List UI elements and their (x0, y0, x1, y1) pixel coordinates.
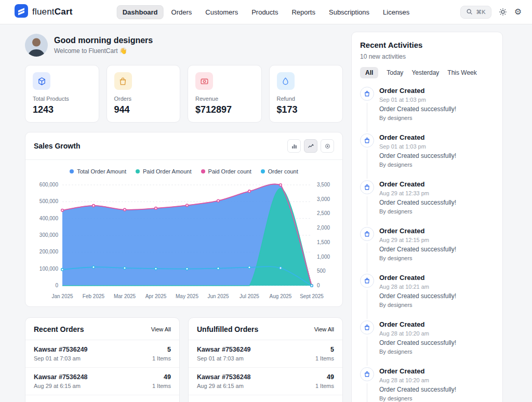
nav-item-orders[interactable]: Orders (166, 5, 198, 19)
activity-author: By designers (379, 302, 456, 308)
order-name: Kawsar #7536249 (34, 346, 88, 353)
right-column: Recent Activities 10 new activities All … (351, 32, 503, 402)
nav-item-licenses[interactable]: Licenses (377, 5, 415, 19)
legend-item[interactable]: Paid Order count (201, 168, 251, 175)
svg-text:3,500: 3,500 (317, 182, 330, 187)
search-shortcut-label: ⌘K (476, 9, 485, 16)
svg-text:May 2025: May 2025 (176, 293, 198, 299)
svg-text:600,000: 600,000 (39, 182, 59, 187)
activity-description: Order Created successfully! (379, 105, 456, 113)
activity-author: By designers (379, 115, 456, 121)
order-bag-icon (360, 274, 374, 288)
nav-item-subscriptions[interactable]: Subscriptions (323, 5, 375, 19)
fluentcart-logo-icon (15, 4, 28, 20)
stat-card-revenue: Revenue $712897 (188, 65, 262, 123)
order-row[interactable]: Kawsar #7536249 Sep 01 at 7:03 am 5 1 It… (189, 340, 342, 368)
svg-text:Feb 2025: Feb 2025 (83, 293, 105, 299)
tab-today[interactable]: Today (387, 69, 403, 76)
activity-title: Order Created (379, 227, 456, 235)
stat-label: Total Products (33, 96, 91, 102)
order-bag-icon (360, 180, 374, 194)
svg-text:Mar 2025: Mar 2025 (114, 293, 136, 299)
main-nav: Dashboard Orders Customers Products Repo… (117, 5, 416, 19)
chart-options-target-icon[interactable] (321, 139, 334, 153)
order-qty: 5 (152, 346, 171, 353)
activity-description: Order Created successfully! (379, 199, 456, 206)
settings-gear-icon[interactable]: ⚙ (514, 8, 522, 16)
order-row[interactable]: Kawsar #7536248 Aug 29 at 6:15 am 49 1 I… (25, 368, 179, 395)
unfulfilled-orders-card: Unfulfilled Orders View All Kawsar #7536… (188, 317, 343, 402)
order-bag-icon (360, 367, 374, 381)
order-items: 1 Items (152, 383, 171, 389)
svg-text:Jan 2025: Jan 2025 (51, 293, 73, 299)
activity-description: Order Created successfully! (379, 246, 456, 253)
legend-item[interactable]: Paid Order Amount (136, 168, 192, 175)
line-chart-toggle-icon[interactable] (304, 139, 317, 153)
unfulfilled-orders-view-all-link[interactable]: View All (314, 326, 334, 332)
stat-value: $712897 (195, 104, 254, 115)
legend-dot (261, 169, 265, 173)
stat-label: Revenue (195, 96, 254, 102)
svg-text:500,000: 500,000 (39, 198, 59, 204)
order-name: Kawsar #7536248 (34, 373, 88, 381)
order-row[interactable]: Kawsar #7536248 Aug 29 at 6:15 am 49 1 I… (189, 368, 342, 395)
tab-all[interactable]: All (360, 67, 378, 78)
brand-name: fluentCart (32, 7, 73, 17)
order-items: 1 Items (152, 355, 171, 361)
activity-author: By designers (379, 208, 456, 215)
order-row[interactable]: Kawsar #7536249 Sep 01 at 7:03 am 5 1 It… (25, 340, 179, 368)
activity-item: Order CreatedAug 28 at 10:20 amOrder Cre… (360, 320, 494, 367)
activity-date: Aug 28 at 10:21 am (379, 284, 456, 290)
activity-item: Order CreatedSep 01 at 1:03 pmOrder Crea… (360, 133, 494, 180)
activity-item: Order CreatedAug 29 at 12:15 pmOrder Cre… (360, 227, 494, 274)
activity-title: Order Created (379, 133, 456, 141)
tab-yesterday[interactable]: Yesterday (411, 69, 439, 76)
stat-label: Refund (277, 96, 336, 102)
activity-title: Order Created (379, 180, 456, 188)
svg-text:100,000: 100,000 (39, 266, 59, 272)
sales-growth-card: Sales Growth Total Order AmountPaid Orde… (25, 132, 343, 307)
stat-value: $173 (277, 104, 336, 115)
stat-card-total-products: Total Products 1243 (25, 65, 99, 123)
svg-text:2,000: 2,000 (317, 225, 330, 231)
theme-toggle-sun-icon[interactable] (499, 8, 507, 16)
nav-item-products[interactable]: Products (246, 5, 284, 19)
search-button[interactable]: ⌘K (460, 6, 491, 19)
svg-text:1,000: 1,000 (317, 254, 330, 260)
greeting-title: Good morning designers (54, 36, 153, 45)
svg-text:400,000: 400,000 (39, 216, 59, 221)
order-bag-icon (360, 320, 374, 334)
nav-item-dashboard[interactable]: Dashboard (117, 5, 164, 19)
svg-text:500: 500 (317, 268, 326, 274)
activity-date: Aug 28 at 10:20 am (379, 377, 456, 383)
legend-item[interactable]: Total Order Amount (70, 168, 126, 175)
recent-orders-view-all-link[interactable]: View All (151, 326, 171, 332)
activity-date: Aug 28 at 10:20 am (379, 330, 456, 337)
order-row[interactable]: Kawsar #7536247 Aug 28 at 4:21 am 49 1 I… (189, 395, 342, 402)
svg-text:2,500: 2,500 (317, 210, 330, 216)
order-bag-icon (360, 133, 374, 148)
stat-card-orders: Orders 944 (107, 65, 181, 123)
brand-logo[interactable]: fluentCart (15, 4, 73, 20)
recent-activities-title: Recent Activities (360, 41, 494, 49)
activity-description: Order Created successfully! (379, 339, 456, 346)
recent-orders-card: Recent Orders View All Kawsar #7536249 S… (25, 317, 180, 402)
activity-author: By designers (379, 162, 456, 168)
tab-this-week[interactable]: This Week (447, 69, 476, 76)
bar-chart-toggle-icon[interactable] (287, 139, 301, 153)
stat-card-refund: Refund $173 (269, 65, 343, 123)
order-bag-icon (360, 227, 374, 241)
topbar-actions: ⌘K ⚙ (460, 6, 522, 19)
nav-item-reports[interactable]: Reports (286, 5, 321, 19)
chart-legend: Total Order AmountPaid Order AmountPaid … (25, 160, 342, 175)
order-date: Sep 01 at 7:03 am (197, 355, 251, 361)
nav-item-customers[interactable]: Customers (200, 5, 244, 19)
svg-text:0: 0 (55, 283, 58, 288)
activity-author: By designers (379, 255, 456, 261)
order-row[interactable]: Kawsar #7536247 Aug 28 at 4:21 am 49 1 I… (25, 395, 179, 402)
legend-item[interactable]: Order count (261, 168, 298, 175)
order-items: 1 Items (315, 383, 334, 389)
order-qty: 5 (315, 346, 334, 353)
order-items: 1 Items (315, 355, 334, 361)
user-avatar[interactable] (25, 34, 48, 57)
